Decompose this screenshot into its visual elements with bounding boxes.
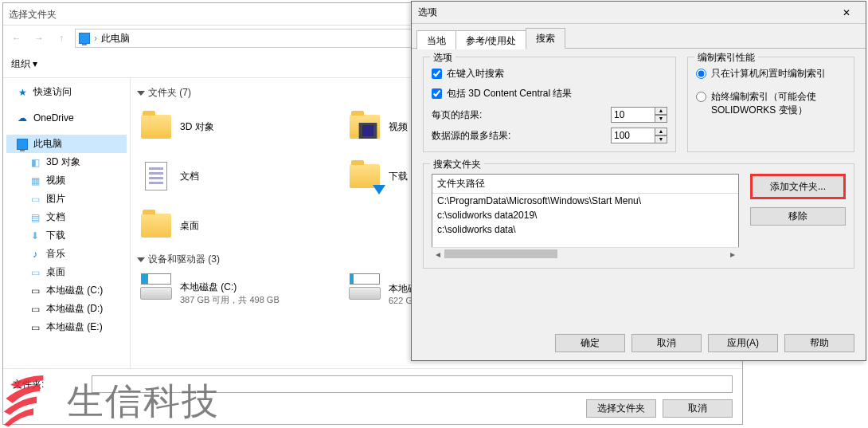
- cube-icon: ◧: [29, 156, 41, 169]
- tile-label: 桌面: [180, 219, 199, 233]
- results-per-page-input[interactable]: [611, 107, 655, 123]
- pc-icon: [16, 138, 29, 151]
- up-icon[interactable]: ↑: [53, 29, 70, 47]
- radio[interactable]: [696, 92, 706, 102]
- nav-drive-e[interactable]: ▭本地磁盘 (E:): [6, 318, 127, 336]
- tile-desktop[interactable]: 桌面: [137, 203, 336, 248]
- pictures-icon: ▭: [29, 193, 41, 206]
- help-button[interactable]: 帮助: [784, 334, 854, 352]
- nav-pictures[interactable]: ▭图片: [6, 190, 127, 208]
- options-footer: 确定 取消 应用(A) 帮助: [555, 334, 854, 352]
- group-label: 文件夹 (7): [148, 86, 191, 100]
- chk-3dcc[interactable]: 包括 3D Content Central 结果: [432, 87, 667, 100]
- scroll-thumb[interactable]: [444, 249, 557, 258]
- radio-label: 始终编制索引（可能会使 SOLIDWORKS 变慢）: [711, 90, 846, 117]
- tab-references[interactable]: 参考/使用处: [456, 30, 526, 49]
- scroll-left-icon[interactable]: ◂: [432, 248, 444, 260]
- download-icon: [373, 185, 385, 194]
- radio[interactable]: [696, 69, 706, 79]
- spin-down-icon[interactable]: ▼: [655, 115, 667, 123]
- spin-down-icon[interactable]: ▼: [655, 135, 667, 143]
- chk-search-on-type[interactable]: 在键入时搜索: [432, 67, 667, 80]
- tile-sublabel: 387 GB 可用，共 498 GB: [180, 294, 280, 306]
- options-titlebar: 选项 ✕: [412, 2, 866, 24]
- group-legend: 选项: [430, 51, 456, 65]
- nav-label: 本地磁盘 (E:): [46, 320, 103, 334]
- max-results-input[interactable]: [611, 128, 655, 143]
- spin-up-icon[interactable]: ▲: [655, 128, 667, 135]
- nav-label: 下载: [46, 229, 65, 242]
- group-index-perf: 编制索引性能 只在计算机闲置时编制索引 始终编制索引（可能会使 SOLIDWOR…: [687, 57, 854, 152]
- nav-drive-d[interactable]: ▭本地磁盘 (D:): [6, 300, 127, 318]
- doc-icon: ▤: [29, 211, 41, 224]
- tile-3d[interactable]: 3D 对象: [137, 104, 336, 149]
- drive-icon: [140, 287, 172, 300]
- nav-this-pc[interactable]: 此电脑: [6, 135, 127, 153]
- group-legend: 编制索引性能: [694, 51, 758, 65]
- nav-label: 本地磁盘 (D:): [46, 302, 103, 316]
- nav-label: 快速访问: [33, 85, 72, 99]
- breadcrumb-item[interactable]: 此电脑: [101, 32, 130, 45]
- folder-icon: [141, 214, 171, 238]
- tile-label: 本地磁盘 (C:): [180, 281, 280, 294]
- tab-search[interactable]: 搜索: [526, 28, 565, 49]
- path-item[interactable]: C:\ProgramData\Microsoft\Windows\Start M…: [432, 194, 738, 208]
- tile-label: 视频: [389, 120, 408, 134]
- results-per-page-label: 每页的结果:: [432, 108, 482, 122]
- apply-button[interactable]: 应用(A): [708, 334, 778, 352]
- nav-video[interactable]: ▦视频: [6, 171, 127, 190]
- checkbox[interactable]: [432, 69, 442, 79]
- nav-label: 文档: [46, 210, 65, 224]
- radio-index-always[interactable]: 始终编制索引（可能会使 SOLIDWORKS 变慢）: [696, 90, 846, 117]
- horizontal-scrollbar[interactable]: ◂▸: [432, 247, 739, 260]
- nav-3d[interactable]: ◧3D 对象: [6, 153, 127, 171]
- nav-quick-access[interactable]: ★快速访问: [6, 83, 127, 101]
- tile-docs[interactable]: 文档: [137, 154, 336, 198]
- drive-icon: [349, 287, 381, 300]
- forward-icon[interactable]: →: [30, 29, 48, 47]
- nav-label: 本地磁盘 (C:): [46, 284, 103, 297]
- nav-label: OneDrive: [33, 112, 74, 124]
- nav-docs[interactable]: ▤文档: [6, 208, 127, 226]
- nav-drive-c[interactable]: ▭本地磁盘 (C:): [6, 281, 127, 300]
- chk-label: 在键入时搜索: [447, 67, 504, 80]
- path-item[interactable]: c:\solidworks data2019\: [432, 208, 738, 222]
- checkbox[interactable]: [432, 88, 442, 99]
- paths-header: 文件夹路径: [432, 175, 738, 194]
- spin-up-icon[interactable]: ▲: [655, 107, 667, 115]
- radio-index-idle[interactable]: 只在计算机闲置时编制索引: [696, 67, 846, 80]
- tile-drive-c[interactable]: 本地磁盘 (C:)387 GB 可用，共 498 GB: [137, 271, 336, 316]
- cancel-button[interactable]: 取消: [663, 399, 733, 418]
- nav-label: 视频: [46, 174, 65, 187]
- tile-label: 下载: [389, 170, 408, 183]
- scroll-right-icon[interactable]: ▸: [726, 248, 739, 260]
- folder-icon: [141, 115, 171, 139]
- tab-local[interactable]: 当地: [416, 30, 456, 49]
- drive-icon: ▭: [29, 285, 41, 297]
- nav-onedrive[interactable]: ☁OneDrive: [6, 109, 127, 127]
- nav-music[interactable]: ♪音乐: [6, 245, 127, 263]
- nav-pane[interactable]: ★快速访问 ☁OneDrive 此电脑 ◧3D 对象 ▦视频 ▭图片 ▤文档 ⬇…: [3, 78, 131, 368]
- desktop-icon: ▭: [29, 266, 41, 279]
- ok-button[interactable]: 确定: [555, 334, 625, 352]
- nav-desktop[interactable]: ▭桌面: [6, 263, 127, 281]
- cancel-button[interactable]: 取消: [631, 334, 702, 352]
- nav-label: 3D 对象: [46, 155, 80, 169]
- nav-label: 音乐: [46, 247, 65, 261]
- select-folder-button[interactable]: 选择文件夹: [586, 399, 656, 418]
- group-options: 选项 在键入时搜索 包括 3D Content Central 结果 每页的结果…: [423, 57, 676, 152]
- radio-label: 只在计算机闲置时编制索引: [711, 67, 826, 80]
- remove-button[interactable]: 移除: [750, 207, 846, 226]
- folder-input[interactable]: [92, 375, 733, 393]
- back-icon[interactable]: ←: [8, 29, 25, 47]
- nav-downloads[interactable]: ⬇下载: [6, 226, 127, 245]
- drive-icon: ▭: [29, 303, 41, 316]
- chk-label: 包括 3D Content Central 结果: [447, 87, 572, 100]
- doc-icon: [145, 162, 167, 190]
- chevron-down-icon: [137, 91, 145, 96]
- organize-menu[interactable]: 组织 ▾: [11, 57, 37, 71]
- close-icon[interactable]: ✕: [831, 3, 862, 22]
- cloud-icon: ☁: [16, 112, 29, 124]
- add-folder-button[interactable]: 添加文件夹...: [750, 174, 846, 199]
- path-item[interactable]: c:\solidworks data\: [432, 222, 738, 237]
